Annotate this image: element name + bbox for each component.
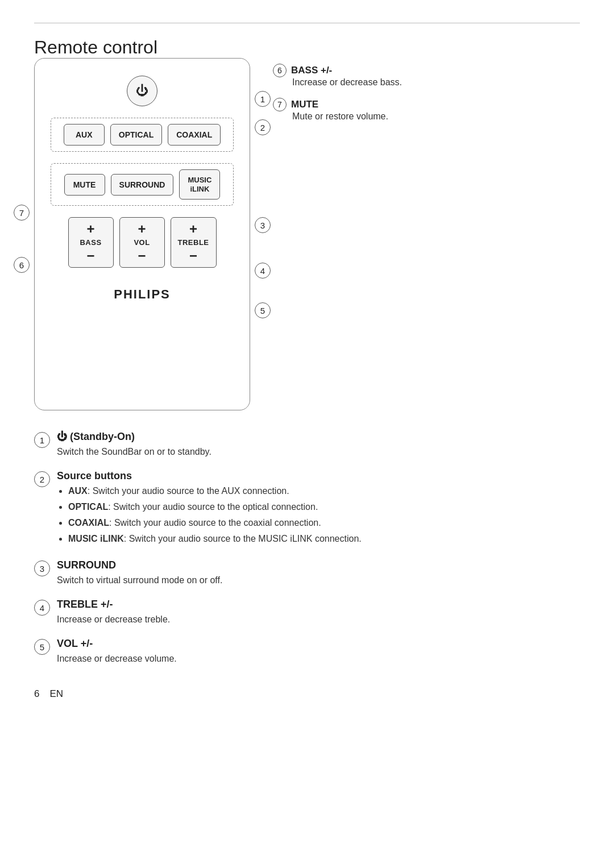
desc-content-2: Source buttons AUX: Switch your audio so… <box>57 470 580 548</box>
mute-button[interactable]: MUTE <box>64 174 105 196</box>
callout-3: 3 <box>255 217 271 233</box>
desc-title-2: Source buttons <box>57 470 580 482</box>
callout-4: 4 <box>255 263 271 279</box>
desc-item-2: 2 Source buttons AUX: Switch your audio … <box>34 470 580 548</box>
vol-control: + VOL − <box>119 217 165 268</box>
desc-item-5: 5 VOL +/- Increase or decrease volume. <box>34 638 580 666</box>
treble-control: + TREBLE − <box>171 217 217 268</box>
remote-diagram: ⏻ AUX OPTICAL COAXIAL MUTE SURROUND <box>34 58 250 410</box>
desc-body-5: Increase or decrease volume. <box>57 652 580 666</box>
treble-label: TREBLE <box>178 238 209 247</box>
remote-body: ⏻ AUX OPTICAL COAXIAL MUTE SURROUND <box>34 58 250 410</box>
volume-section: + BASS − + VOL − + TREBL <box>51 217 234 268</box>
desc-content-4: TREBLE +/- Increase or decrease treble. <box>57 599 580 626</box>
note-mute: 7 MUTE Mute or restore volume. <box>273 98 580 122</box>
brand-label: PHILIPS <box>114 287 171 302</box>
note-mute-body: Mute or restore volume. <box>292 111 580 122</box>
desc-callout-5: 5 <box>34 639 50 655</box>
source-list-item-musiclink: MUSIC iLINK: Switch your audio source to… <box>68 532 580 546</box>
callout-6: 6 <box>14 257 30 273</box>
treble-plus-button[interactable]: + <box>189 222 197 236</box>
vol-label: VOL <box>134 238 150 247</box>
source-buttons-row: AUX OPTICAL COAXIAL <box>58 124 226 146</box>
desc-callout-2: 2 <box>34 471 50 487</box>
description-section: 1 ⏻ (Standby-On) Switch the SoundBar on … <box>34 431 580 666</box>
power-icon: ⏻ <box>136 84 148 98</box>
desc-item-4: 4 TREBLE +/- Increase or decrease treble… <box>34 599 580 626</box>
optical-button[interactable]: OPTICAL <box>110 124 162 146</box>
desc-content-5: VOL +/- Increase or decrease volume. <box>57 638 580 666</box>
source-list-item-aux: AUX: Switch your audio source to the AUX… <box>68 484 580 498</box>
note-callout-6: 6 <box>273 64 287 77</box>
page-language: EN <box>49 688 63 700</box>
note-mute-title: MUTE <box>291 99 318 110</box>
desc-body-2: AUX: Switch your audio source to the AUX… <box>57 484 580 546</box>
callout-7: 7 <box>14 205 30 221</box>
desc-item-3: 3 SURROUND Switch to virtual surround mo… <box>34 559 580 587</box>
desc-content-1: ⏻ (Standby-On) Switch the SoundBar on or… <box>57 431 580 459</box>
volume-row: + BASS − + VOL − + TREBL <box>51 217 234 268</box>
power-row: ⏻ <box>51 76 234 106</box>
bass-label: BASS <box>80 238 101 247</box>
desc-title-1: ⏻ (Standby-On) <box>57 431 580 443</box>
treble-minus-button[interactable]: − <box>189 249 197 263</box>
desc-content-3: SURROUND Switch to virtual surround mode… <box>57 559 580 587</box>
desc-title-4: TREBLE +/- <box>57 599 580 610</box>
source-section: AUX OPTICAL COAXIAL <box>51 118 234 152</box>
aux-button[interactable]: AUX <box>64 124 105 146</box>
coaxial-button[interactable]: COAXIAL <box>168 124 221 146</box>
bass-plus-button[interactable]: + <box>86 222 94 236</box>
page-number: 6 <box>34 688 39 700</box>
surround-button[interactable]: SURROUND <box>111 174 174 196</box>
desc-item-1: 1 ⏻ (Standby-On) Switch the SoundBar on … <box>34 431 580 459</box>
callout-5: 5 <box>255 302 271 318</box>
music-ilink-button[interactable]: MUSIC iLINK <box>179 169 220 200</box>
source-list-item-coaxial: COAXIAL: Switch your audio source to the… <box>68 516 580 530</box>
right-notes-panel: 6 BASS +/- Increase or decrease bass. 7 … <box>273 58 580 132</box>
note-bass: 6 BASS +/- Increase or decrease bass. <box>273 64 580 88</box>
source-list-item-optical: OPTICAL: Switch your audio source to the… <box>68 500 580 514</box>
note-bass-title: BASS +/- <box>291 65 332 76</box>
vol-minus-button[interactable]: − <box>138 249 146 263</box>
vol-plus-button[interactable]: + <box>138 222 146 236</box>
callout-2: 2 <box>255 119 271 135</box>
source-list: AUX: Switch your audio source to the AUX… <box>68 484 580 546</box>
desc-body-3: Switch to virtual surround mode on or of… <box>57 574 580 587</box>
mode-section: MUTE SURROUND MUSIC iLINK <box>51 163 234 206</box>
desc-title-3: SURROUND <box>57 559 580 571</box>
bass-minus-button[interactable]: − <box>86 249 94 263</box>
power-button[interactable]: ⏻ <box>127 76 157 106</box>
callout-1: 1 <box>255 91 271 107</box>
desc-body-1: Switch the SoundBar on or to standby. <box>57 445 580 459</box>
desc-title-5: VOL +/- <box>57 638 580 650</box>
note-bass-body: Increase or decrease bass. <box>292 77 580 88</box>
desc-body-4: Increase or decrease treble. <box>57 613 580 626</box>
desc-callout-1: 1 <box>34 432 50 448</box>
mode-row: MUTE SURROUND MUSIC iLINK <box>58 169 226 200</box>
page-title: Remote control <box>34 37 580 58</box>
bass-control: + BASS − <box>68 217 114 268</box>
page-footer: 6 EN <box>34 688 580 700</box>
desc-callout-3: 3 <box>34 560 50 576</box>
note-callout-7: 7 <box>273 98 287 111</box>
desc-callout-4: 4 <box>34 600 50 616</box>
